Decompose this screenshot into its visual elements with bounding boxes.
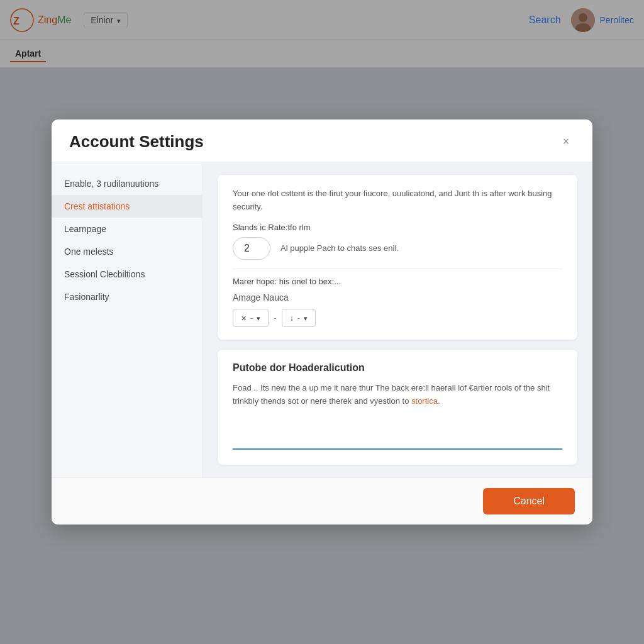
modal-sidebar: Enable, 3 rudilanuutions Crest attistati… (52, 162, 203, 477)
modal-header: Account Settings × (52, 119, 592, 162)
chevron-2-icon (304, 313, 308, 323)
sidebar-item-crest[interactable]: Crest attistations (52, 195, 202, 218)
dropdown-sep-1: - (274, 313, 276, 323)
modal-body: Enable, 3 rudilanuutions Crest attistati… (52, 162, 592, 477)
sidebar-item-learn[interactable]: Learnpage (52, 218, 202, 240)
account-settings-modal: Account Settings × Enable, 3 rudilanuuti… (52, 119, 592, 524)
dropdown-x-button[interactable]: - (233, 309, 269, 327)
dropdown-arrow-button[interactable]: - (282, 309, 316, 327)
number-input-desc: Al pupple Pach to chats ses enil. (280, 243, 399, 253)
card2-textarea[interactable] (233, 414, 562, 450)
sidebar-item-fasion[interactable]: Fasionarlity (52, 286, 202, 308)
x-icon (241, 313, 247, 323)
sidebar-item-one[interactable]: One melests (52, 240, 202, 263)
settings-card-2: Putobe dor Hoaderalicution Foad .. Its n… (218, 350, 577, 465)
modal-close-button[interactable]: × (557, 133, 575, 151)
card1-sub-label: Marer hope: his onel to bex:... (233, 277, 562, 286)
dropdown-row: - - - (233, 309, 562, 327)
modal-title: Account Settings (69, 132, 204, 152)
modal-footer: Cancel (52, 477, 592, 525)
card2-title: Putobe dor Hoaderalicution (233, 362, 562, 374)
card1-rate-label: Slands ic Rate:tfo rlm (233, 223, 562, 232)
card2-body-text: Foad .. Its new the a up me it nare thur… (233, 383, 550, 406)
card2-body: Foad .. Its new the a up me it nare thur… (233, 381, 562, 408)
card2-link[interactable]: stortica (411, 396, 438, 406)
settings-card-1: Your one rlot csttent is the firut your … (218, 175, 577, 340)
modal-overlay: Account Settings × Enable, 3 rudilanuuti… (0, 0, 644, 644)
cancel-button[interactable]: Cancel (483, 488, 575, 514)
card1-sub-title: Amage Nauca (233, 292, 562, 303)
number-input-row: Al pupple Pach to chats ses enil. (233, 237, 562, 260)
card1-description: Your one rlot csttent is the firut your … (233, 187, 562, 214)
sidebar-item-session[interactable]: Sessionl Clecbiltions (52, 263, 202, 286)
arrow-down-icon (290, 313, 294, 323)
modal-content: Your one rlot csttent is the firut your … (203, 162, 592, 477)
sidebar-item-enable[interactable]: Enable, 3 rudilanuutions (52, 172, 202, 195)
chevron-1-icon (257, 313, 260, 323)
number-input[interactable] (233, 237, 270, 260)
divider-1 (233, 269, 562, 269)
